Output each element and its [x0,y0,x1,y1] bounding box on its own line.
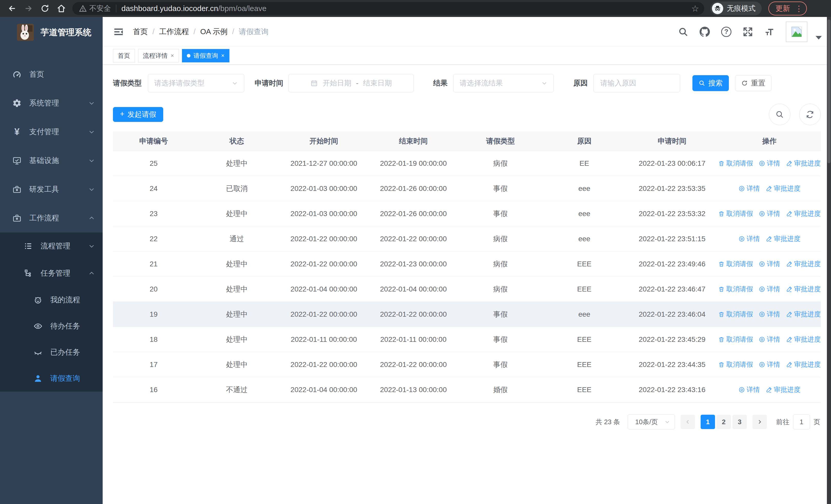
reset-button[interactable]: 重置 [735,75,771,91]
browser-forward-button[interactable] [21,1,36,16]
browser-reload-button[interactable] [37,1,52,16]
sidebar-item-todo-tasks[interactable]: 待办任务 [0,313,103,339]
table-cell: 2022-01-23 00:00:00 [369,260,458,268]
create-leave-button[interactable]: + 发起请假 [113,107,163,122]
scrollbar-thumb[interactable] [827,20,830,163]
browser-home-button[interactable] [54,1,69,16]
table-row: 18处理中2022-01-11 00:00:002022-01-11 00:00… [113,327,821,352]
sidebar-item-done-tasks[interactable]: 已办任务 [0,339,103,365]
sidebar-toggle-icon[interactable] [113,26,124,37]
browser-scrollbar[interactable] [827,17,831,504]
progress-action-link[interactable]: 审批进度 [766,385,800,394]
progress-action-link[interactable]: 审批进度 [786,260,821,268]
search-icon[interactable] [678,27,688,37]
breadcrumb-oa[interactable]: OA 示例 [200,27,227,37]
close-icon[interactable]: × [171,52,174,59]
table-cell: 25 [113,159,194,168]
goto-page-input[interactable]: 1 [793,414,810,429]
refresh-table-button[interactable] [799,104,821,125]
tab-home[interactable]: 首页 [113,49,135,62]
table-cell: EE [543,159,626,168]
progress-action-link[interactable]: 审批进度 [786,310,821,319]
address-bar[interactable]: 不安全 dashboard.yudao.iocoder.cn/bpm/oa/le… [73,2,704,15]
cancel-action-link[interactable]: 取消请假 [718,209,753,218]
detail-action-link[interactable]: 详情 [738,234,760,243]
cancel-action-link[interactable]: 取消请假 [718,335,753,344]
cancel-action-link[interactable]: 取消请假 [718,360,753,369]
toggle-search-button[interactable] [769,104,791,125]
detail-action-link[interactable]: 详情 [758,285,780,294]
progress-action-link[interactable]: 审批进度 [786,209,821,218]
progress-action-link[interactable]: 审批进度 [766,184,800,193]
sidebar-item-system[interactable]: 系统管理 [0,89,103,118]
fullscreen-icon[interactable] [743,27,753,37]
cancel-action-link[interactable]: 取消请假 [718,159,753,168]
page-button-2[interactable]: 2 [717,415,731,429]
sidebar-item-leave-query[interactable]: 请假查询 [0,365,103,392]
table-cell: EEE [543,335,626,344]
detail-action-link[interactable]: 详情 [758,159,780,168]
cancel-action-link[interactable]: 取消请假 [718,260,753,268]
detail-action-link[interactable]: 详情 [758,260,780,268]
reason-input[interactable]: 请输入原因 [593,74,680,92]
search-icon [775,110,784,119]
table-cell: 事假 [458,360,543,369]
detail-action-link[interactable]: 详情 [758,335,780,344]
cancel-action-link[interactable]: 取消请假 [718,310,753,319]
browser-menu-dots-icon[interactable]: ⋮ [795,4,803,13]
bookmark-star-icon[interactable]: ☆ [691,3,699,13]
result-select[interactable]: 请选择流结果 [453,74,554,92]
table-cell: 2022-01-22 00:00:00 [369,360,458,369]
page-buttons: 123 [699,415,747,429]
page-button-1[interactable]: 1 [700,415,715,429]
site-security-warning[interactable]: 不安全 [79,4,111,13]
apply-time-range-picker[interactable]: 开始日期 - 结束日期 [288,74,414,92]
progress-action-link[interactable]: 审批进度 [786,335,821,344]
sidebar-item-devtools[interactable]: 研发工具 [0,175,103,204]
avatar[interactable] [786,22,807,42]
progress-action-link[interactable]: 审批进度 [766,234,800,243]
tab-process-detail[interactable]: 流程详情 × [138,49,179,62]
sidebar-item-home[interactable]: 首页 [0,60,103,89]
github-icon[interactable] [699,27,710,37]
sidebar-item-task-mgmt[interactable]: 任务管理 [0,260,103,287]
chevron-down-icon[interactable] [815,36,822,39]
tab-leave-query[interactable]: 请假查询 × [182,49,229,62]
refresh-icon [741,80,748,87]
detail-action-link[interactable]: 详情 [738,184,760,193]
detail-action-link[interactable]: 详情 [758,209,780,218]
search-button[interactable]: 搜索 [692,75,729,91]
pen-icon [786,286,793,293]
sidebar-item-workflow[interactable]: 工作流程 [0,204,103,233]
prev-page-button[interactable] [681,415,695,429]
breadcrumb-home[interactable]: 首页 [133,27,148,37]
sidebar-item-infra[interactable]: 基础设施 [0,146,103,175]
trash-icon [718,286,725,293]
next-page-button[interactable] [752,415,767,429]
table-row: 25处理中2021-12-27 00:00:002022-01-19 00:00… [113,151,821,176]
detail-action-link[interactable]: 详情 [738,385,760,394]
leave-type-select[interactable]: 请选择请假类型 [148,74,244,92]
browser-back-button[interactable] [5,1,20,16]
progress-action-link[interactable]: 审批进度 [786,285,821,294]
pen-icon [786,311,793,318]
url-divider [116,5,116,12]
sidebar-item-pay[interactable]: ¥ 支付管理 [0,118,103,146]
close-icon[interactable]: × [221,52,225,59]
detail-action-link[interactable]: 详情 [758,310,780,319]
page-button-3[interactable]: 3 [733,415,747,429]
top-navbar: 首页 / 工作流程 / OA 示例 / 请假查询 ? [103,17,831,47]
browser-toolbar: 不安全 dashboard.yudao.iocoder.cn/bpm/oa/le… [0,0,831,17]
breadcrumb-current: 请假查询 [239,27,269,37]
font-size-icon[interactable] [764,27,775,37]
help-icon[interactable]: ? [721,27,732,37]
progress-action-link[interactable]: 审批进度 [786,360,821,369]
cancel-action-link[interactable]: 取消请假 [718,285,753,294]
sidebar-item-my-process[interactable]: 我的流程 [0,287,103,313]
breadcrumb-workflow[interactable]: 工作流程 [159,27,189,37]
progress-action-link[interactable]: 审批进度 [786,159,821,168]
detail-action-link[interactable]: 详情 [758,360,780,369]
page-size-select[interactable]: 10条/页 [628,414,675,429]
sidebar-item-process-mgmt[interactable]: 流程管理 [0,233,103,260]
browser-update-button[interactable]: 更新 ⋮ [768,2,807,16]
